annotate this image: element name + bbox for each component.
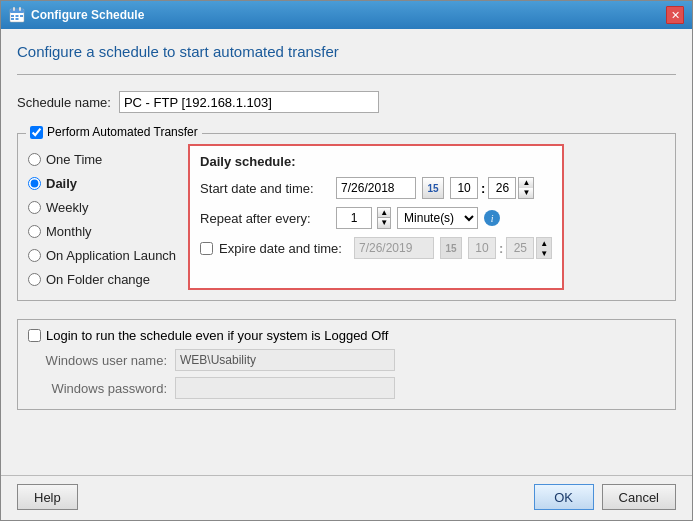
schedule-type-radio-group: One Time Daily Weekly Monthly (28, 144, 176, 290)
login-fields: Windows user name: Windows password: (28, 349, 665, 399)
daily-schedule-title: Daily schedule: (200, 154, 552, 169)
expire-hour-input (468, 237, 496, 259)
expire-time-up: ▲ (537, 238, 551, 248)
expire-time-down: ▼ (537, 248, 551, 258)
start-min-input[interactable] (488, 177, 516, 199)
daily-schedule-panel: Daily schedule: Start date and time: 15 … (188, 144, 564, 290)
svg-rect-8 (16, 18, 19, 20)
radio-monthly: Monthly (28, 220, 176, 242)
title-text: Configure Schedule (31, 8, 144, 22)
schedule-name-label: Schedule name: (17, 95, 111, 110)
expire-date-input (354, 237, 434, 259)
username-label: Windows user name: (32, 353, 167, 368)
svg-rect-6 (20, 15, 23, 17)
start-time-group: : ▲ ▼ (450, 177, 534, 199)
repeat-label: Repeat after every: (200, 211, 330, 226)
login-section: Login to run the schedule even if your s… (17, 319, 676, 410)
perform-section: Perform Automated Transfer One Time Dail… (17, 133, 676, 301)
repeat-spinner[interactable]: ▲ ▼ (377, 207, 391, 229)
login-checkbox-label: Login to run the schedule even if your s… (46, 328, 388, 343)
footer-right-buttons: OK Cancel (534, 484, 676, 510)
expire-min-input (506, 237, 534, 259)
svg-rect-4 (11, 15, 14, 17)
radio-folder-change: On Folder change (28, 268, 176, 290)
radio-app-launch-label[interactable]: On Application Launch (46, 248, 176, 263)
start-datetime-label: Start date and time: (200, 181, 330, 196)
expire-calendar-button: 15 (440, 237, 462, 259)
schedule-name-input[interactable] (119, 91, 379, 113)
radio-one-time: One Time (28, 148, 176, 170)
svg-rect-7 (11, 18, 14, 20)
login-checkbox-row: Login to run the schedule even if your s… (28, 328, 665, 343)
info-icon[interactable]: i (484, 210, 500, 226)
start-time-down[interactable]: ▼ (519, 188, 533, 198)
start-time-up[interactable]: ▲ (519, 178, 533, 188)
main-options-row: One Time Daily Weekly Monthly (28, 144, 665, 290)
password-input[interactable] (175, 377, 395, 399)
radio-daily-label[interactable]: Daily (46, 176, 77, 191)
start-time-spinner[interactable]: ▲ ▼ (518, 177, 534, 199)
ok-button[interactable]: OK (534, 484, 594, 510)
radio-app-launch: On Application Launch (28, 244, 176, 266)
svg-rect-2 (13, 7, 15, 11)
repeat-row: Repeat after every: ▲ ▼ Second(s) Minute… (200, 207, 552, 229)
perform-checkbox[interactable] (30, 126, 43, 139)
svg-rect-3 (19, 7, 21, 11)
start-calendar-button[interactable]: 15 (422, 177, 444, 199)
title-bar: Configure Schedule ✕ (1, 1, 692, 29)
schedule-name-row: Schedule name: (17, 91, 676, 113)
radio-folder-change-label[interactable]: On Folder change (46, 272, 150, 287)
repeat-unit-select[interactable]: Second(s) Minute(s) Hour(s) Day(s) (397, 207, 478, 229)
radio-weekly-label[interactable]: Weekly (46, 200, 88, 215)
password-row: Windows password: (32, 377, 665, 399)
cancel-button[interactable]: Cancel (602, 484, 676, 510)
start-datetime-row: Start date and time: 15 : ▲ ▼ (200, 177, 552, 199)
username-input[interactable] (175, 349, 395, 371)
start-date-input[interactable] (336, 177, 416, 199)
svg-rect-5 (16, 15, 19, 17)
content-area: Configure a schedule to start automated … (1, 29, 692, 475)
repeat-up[interactable]: ▲ (377, 207, 391, 218)
footer: Help OK Cancel (1, 475, 692, 520)
title-bar-left: Configure Schedule (9, 7, 144, 23)
login-checkbox[interactable] (28, 329, 41, 342)
close-button[interactable]: ✕ (666, 6, 684, 24)
radio-monthly-label[interactable]: Monthly (46, 224, 92, 239)
time-separator-1: : (480, 181, 486, 196)
expire-datetime-row: Expire date and time: 15 : ▲ ▼ (200, 237, 552, 259)
expire-time-group: : ▲ ▼ (468, 237, 552, 259)
repeat-down[interactable]: ▼ (377, 218, 391, 229)
header-divider (17, 74, 676, 75)
configure-schedule-window: Configure Schedule ✕ Configure a schedul… (0, 0, 693, 521)
repeat-value-input[interactable] (336, 207, 372, 229)
calendar-num: 15 (428, 183, 439, 194)
svg-rect-1 (10, 9, 24, 13)
expire-time-sep: : (498, 241, 504, 256)
radio-daily: Daily (28, 172, 176, 194)
radio-weekly: Weekly (28, 196, 176, 218)
expire-checkbox[interactable] (200, 242, 213, 255)
page-title: Configure a schedule to start automated … (17, 43, 676, 60)
username-row: Windows user name: (32, 349, 665, 371)
expire-cal-num: 15 (445, 243, 456, 254)
calendar-icon (9, 7, 25, 23)
radio-one-time-label[interactable]: One Time (46, 152, 102, 167)
password-label: Windows password: (32, 381, 167, 396)
start-hour-input[interactable] (450, 177, 478, 199)
perform-legend: Perform Automated Transfer (47, 125, 198, 139)
help-button[interactable]: Help (17, 484, 78, 510)
expire-time-spinner: ▲ ▼ (536, 237, 552, 259)
expire-datetime-label: Expire date and time: (219, 241, 342, 256)
